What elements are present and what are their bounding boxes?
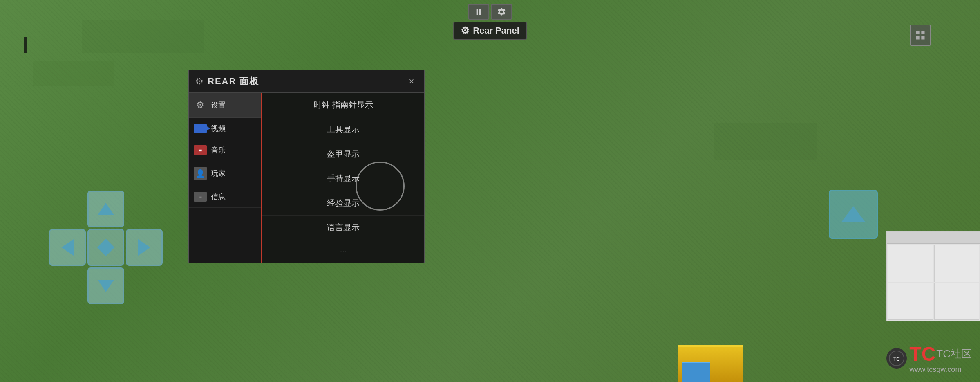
sidebar-item-music[interactable]: ≡ 音乐 [189, 139, 261, 161]
content-item-more[interactable]: ··· [262, 240, 424, 263]
rear-panel-dialog: ⚙ REAR 面板 × ⚙ 设置 视频 ≡ 音乐 [188, 70, 425, 263]
svg-rect-3 [921, 31, 924, 34]
dialog-header: ⚙ REAR 面板 × [189, 70, 424, 93]
clock-compass-label: 时钟 指南针显示 [313, 99, 373, 110]
dpad-up-button[interactable] [87, 191, 124, 227]
svg-rect-0 [476, 9, 478, 15]
dialog-header-icon: ⚙ [195, 76, 204, 87]
dpad-container [49, 191, 163, 304]
sidebar-label-video: 视频 [211, 124, 226, 133]
settings-button[interactable] [491, 4, 512, 20]
tools-label: 工具显示 [327, 124, 360, 135]
sidebar-label-music: 音乐 [211, 145, 226, 155]
video-icon [194, 124, 207, 133]
svg-rect-4 [916, 36, 920, 39]
dpad-center-button[interactable] [87, 229, 124, 266]
language-label: 语言显示 [327, 222, 360, 233]
sidebar-label-info: 信息 [211, 192, 226, 202]
grass-patch [33, 61, 114, 86]
dialog-content: 时钟 指南针显示 工具显示 盔甲显示 手持显示 经验显示 语言显示 ··· [262, 93, 424, 263]
dialog-sidebar: ⚙ 设置 视频 ≡ 音乐 👤 玩家 [189, 93, 262, 263]
svg-rect-5 [921, 36, 924, 39]
player-icon: 👤 [194, 167, 207, 180]
sidebar-item-video[interactable]: 视频 [189, 118, 261, 139]
sidebar-item-info[interactable]: ··· 信息 [189, 186, 261, 208]
held-item-label: 手持显示 [327, 173, 360, 184]
dialog-title: REAR 面板 [208, 75, 401, 88]
watermark-domain: www.tcsgw.com [909, 365, 961, 374]
experience-label: 经验显示 [327, 198, 360, 209]
content-item-language[interactable]: 语言显示 [262, 216, 424, 240]
dialog-close-button[interactable]: × [405, 75, 418, 88]
pause-button[interactable] [468, 4, 489, 20]
sidebar-item-settings[interactable]: ⚙ 设置 [189, 93, 261, 118]
content-item-experience[interactable]: 经验显示 [262, 191, 424, 216]
watermark: TC TC TC社区 www.tcsgw.com [886, 343, 972, 374]
top-toolbar: ⚙ Rear Panel [453, 4, 527, 40]
top-left-marker [24, 37, 27, 53]
sidebar-label-player: 玩家 [211, 169, 226, 178]
sidebar-item-player[interactable]: 👤 玩家 [189, 161, 261, 186]
dialog-body: ⚙ 设置 视频 ≡ 音乐 👤 玩家 [189, 93, 424, 263]
info-icon: ··· [194, 192, 207, 202]
content-item-clock-compass[interactable]: 时钟 指南针显示 [262, 93, 424, 117]
top-right-button[interactable] [910, 25, 931, 46]
rear-panel-gear-icon: ⚙ [461, 25, 470, 36]
dpad-left-button[interactable] [49, 229, 86, 266]
svg-rect-1 [479, 9, 481, 15]
white-structure [886, 231, 980, 321]
rear-panel-label: ⚙ Rear Panel [453, 22, 527, 40]
content-item-armor[interactable]: 盔甲显示 [262, 142, 424, 166]
watermark-tc-text: TC [909, 343, 935, 365]
bottom-blue-structure [682, 362, 710, 382]
watermark-icon: TC [886, 348, 907, 369]
settings-icon: ⚙ [194, 99, 207, 112]
content-item-held-item[interactable]: 手持显示 [262, 166, 424, 191]
music-icon: ≡ [194, 145, 207, 155]
right-game-button[interactable] [829, 190, 878, 239]
grass-patch [82, 20, 204, 53]
sidebar-label-settings: 设置 [211, 100, 226, 110]
content-item-tools[interactable]: 工具显示 [262, 117, 424, 142]
more-label: ··· [340, 247, 347, 256]
watermark-community-text: TC社区 [936, 347, 972, 361]
dpad-right-button[interactable] [126, 229, 163, 266]
svg-text:TC: TC [893, 356, 900, 362]
svg-rect-2 [916, 31, 920, 34]
dpad-down-button[interactable] [87, 267, 124, 304]
rear-panel-title: Rear Panel [473, 25, 519, 36]
grass-patch [714, 123, 817, 160]
armor-label: 盔甲显示 [327, 148, 360, 160]
